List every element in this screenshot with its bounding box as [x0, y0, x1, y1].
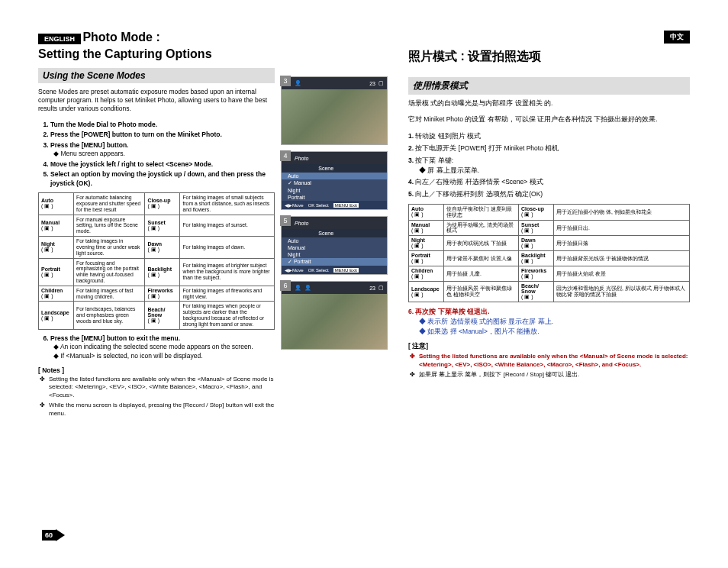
notes-en: Setting the listed functions are availab… [38, 376, 275, 418]
page-container: ENGLISH Photo Mode : Setting the Capturi… [0, 0, 728, 568]
notes-cn: Setting the listed functions are availab… [408, 353, 690, 379]
notes-title-en: [ Notes ] [38, 366, 275, 374]
notes-title-cn: [ 注意] [408, 342, 690, 351]
step6-cn: 6. 再次按 下菜单按 钮退出. ◆ 表示所 选情景模 式的图标 显示在屏 幕上… [408, 307, 690, 336]
chinese-column: 中文 照片模式 : 设置拍照选项 使用情景模式 场景模 式的自动曝光是与内部程序… [397, 31, 690, 545]
chinese-badge: 中文 [664, 31, 690, 44]
table-row: Portrait( ▣ )用于背景不聚焦时 设置人像Backlight( ▣ )… [409, 251, 690, 266]
screenshots-column: 3 📷👤23 ▢ 4 📷 Photo Scene Auto ✓ Manual N… [275, 31, 397, 545]
table-row: Manual( ▣ )为使用手动曝光, 清关闭场景模式Sunset( ▣ )用于… [409, 220, 690, 236]
table-row: Portrait( ▣ )For focusing and emphasizin… [39, 258, 275, 286]
table-row: Landscape( ▣ )用于拍摄风景 平衡和聚焦绿色 植物和天空Beach/… [409, 282, 690, 302]
table-row: Auto( ▣ )For automatic balancing exposur… [39, 193, 275, 215]
section-cn: 使用情景模式 [408, 77, 690, 95]
intro-cn-1: 场景模 式的自动曝光是与内部程序 设置相关 的. [408, 99, 690, 108]
step6-en: Press the [MENU] button to exit the menu… [38, 334, 275, 360]
english-badge: ENGLISH [38, 34, 81, 44]
table-row: Children( ▣ )用于拍摄 儿童.Fireworks( ▣ )用于拍摄火… [409, 266, 690, 282]
scene-table-en: Auto( ▣ )For automatic balancing exposur… [38, 192, 275, 329]
table-row: Landscape( ▣ )For landscapes, balances a… [39, 302, 275, 329]
intro-en: Scene Modes are preset automatic exposur… [38, 88, 275, 113]
section-en: Using the Scene Modes [38, 68, 275, 83]
table-row: Night( ▣ )For taking images in evening t… [39, 237, 275, 258]
title-en-1: Photo Mode : [82, 31, 159, 44]
table-row: Night( ▣ )用于夜间或弱光线 下拍摄Dawn( ▣ )用于拍摄日落 [409, 236, 690, 251]
table-row: Children( ▣ )For taking images of fast m… [39, 286, 275, 302]
screenshot-6: 6 📷👤👤23 ▢ [281, 281, 388, 350]
title-en-2: Setting the Capturing Options [38, 47, 275, 61]
page-number: 60 [42, 529, 65, 541]
intro-cn-2: 它对 Miniket Photo 的设置 有帮助，可以保 证用户在各种情况 下拍… [408, 115, 690, 124]
screenshot-4: 4 📷 Photo Scene Auto ✓ Manual Night Port… [281, 151, 388, 210]
table-row: Auto( ▣ )使自动平衡和快门 速度到最佳状态Close-up( ▣ )用于… [409, 204, 690, 220]
steps-cn: 1. 转动旋 钮到照片 模式 2. 按下电源开关 [POWER] 打开 Mini… [408, 131, 690, 199]
steps-en: Turn the Mode Dial to Photo mode. Press … [38, 121, 275, 188]
table-row: Manual( ▣ )For manual exposure setting, … [39, 215, 275, 236]
title-cn: 照片模式 : 设置拍照选项 [408, 50, 690, 63]
screenshot-5: 5 📷 Photo Scene Auto Manual Night ✓ Port… [281, 216, 388, 275]
screenshot-3: 3 📷👤23 ▢ [281, 76, 388, 145]
english-column: ENGLISH Photo Mode : Setting the Capturi… [38, 31, 275, 545]
scene-table-cn: Auto( ▣ )使自动平衡和快门 速度到最佳状态Close-up( ▣ )用于… [408, 204, 690, 302]
